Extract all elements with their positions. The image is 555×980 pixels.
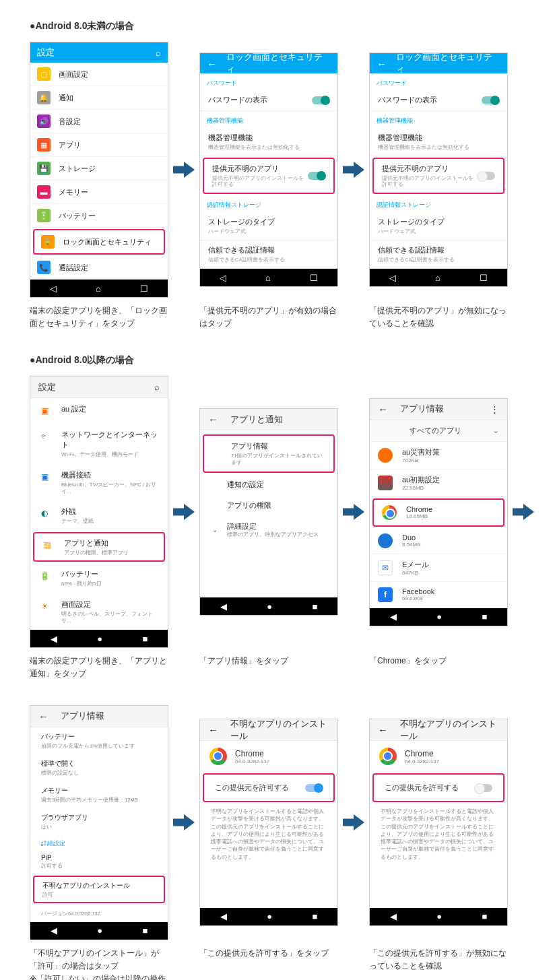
app-row[interactable]: au災害対策762KB: [370, 442, 507, 469]
nav-back-icon[interactable]: ◁: [389, 273, 396, 283]
item-trusted-creds[interactable]: 信頼できる認証情報信頼できるCA証明書を表示する: [370, 240, 507, 269]
settings-item-apps[interactable]: ▦アプリと通知アプリの権限、標準アプリ: [34, 533, 164, 561]
item-app-info[interactable]: アプリ情報71個のアプリがインストールされています: [204, 436, 333, 471]
settings-item[interactable]: 📞通話設定: [30, 256, 168, 280]
caption: 端末の設定アプリを開き、「アプリと通知」をタップ: [30, 655, 168, 680]
item-device-admin[interactable]: 機器管理機能機器管理機能を表示または無効化する: [370, 128, 507, 156]
phone-app-list: ←アプリ情報⋮ すべてのアプリ⌄ au災害対策762KB au初期設定22.96…: [369, 398, 508, 626]
caption: 「アプリ情報」をタップ: [199, 655, 338, 680]
nav-recent-icon[interactable]: ☐: [480, 273, 488, 283]
item-browser-app[interactable]: ブラウザアプリはい: [30, 808, 168, 835]
nav-home-icon[interactable]: ●: [267, 601, 272, 612]
nav-recent-icon[interactable]: ■: [142, 925, 148, 936]
phone-allow-on: ←不明なアプリのインストール Chrome64.0.3282.137 この提供元…: [199, 719, 338, 926]
item-storage-type[interactable]: ストレージのタイプハードウェア式: [200, 212, 337, 240]
settings-item[interactable]: ▦アプリ: [30, 133, 168, 157]
app-row[interactable]: au初期設定22.96MB: [370, 469, 507, 497]
item-app-perms[interactable]: アプリの権限: [200, 495, 337, 516]
settings-item-lock[interactable]: 🔒ロック画面とセキュリティ: [34, 230, 164, 253]
settings-item[interactable]: 🔋バッテリー66% - 残り約5日: [30, 563, 168, 593]
settings-item[interactable]: ▣機器接続Bluetooth、TV/スピーカー、NFC / おサイ...: [30, 464, 168, 500]
settings-item[interactable]: ▢画面設定: [30, 63, 168, 86]
nav-home-icon[interactable]: ⌂: [435, 273, 440, 283]
nav-back-icon[interactable]: ◀: [390, 612, 397, 622]
search-icon[interactable]: ⌕: [154, 382, 160, 392]
header-settings: 設定⌕: [30, 377, 168, 398]
menu-icon[interactable]: ⋮: [490, 404, 499, 414]
item-open-default[interactable]: 標準で開く標準の設定なし: [30, 754, 168, 781]
nav-recent-icon[interactable]: ■: [482, 911, 487, 921]
nav-home-icon[interactable]: ●: [97, 634, 102, 644]
nav-home-icon[interactable]: ●: [436, 612, 442, 622]
nav-back-icon[interactable]: ◀: [51, 925, 57, 936]
search-icon[interactable]: ⌕: [156, 48, 161, 58]
filter-all-apps[interactable]: すべてのアプリ⌄: [370, 420, 507, 442]
item-pip[interactable]: PiP許可する: [30, 849, 168, 874]
nav-home-icon[interactable]: ●: [267, 911, 272, 921]
nav-back-icon[interactable]: ◀: [51, 634, 57, 644]
toggle-off[interactable]: [475, 784, 492, 792]
toggle-on[interactable]: [482, 96, 499, 104]
nav-back-icon[interactable]: ◀: [390, 911, 397, 921]
app-row-chrome[interactable]: Chrome18.65MB: [374, 500, 503, 525]
nav-recent-icon[interactable]: ☐: [310, 273, 318, 283]
settings-item[interactable]: ☀画面設定明るさのレベル、スリープ、フォントサ...: [30, 593, 168, 630]
settings-item[interactable]: 🔋バッテリー: [30, 204, 168, 228]
warning-text: 不明なアプリをインストールすると電話や個人データが攻撃を受ける可能性が高くなりま…: [370, 804, 507, 868]
item-password-show[interactable]: パスワードの表示: [200, 90, 337, 111]
nav-back-icon[interactable]: ◀: [220, 911, 227, 921]
nav-recent-icon[interactable]: ■: [482, 612, 487, 622]
app-row[interactable]: fFacebook69.63KB: [370, 582, 507, 608]
back-icon[interactable]: ←: [207, 58, 217, 69]
item-allow-source[interactable]: この提供元を許可する: [204, 775, 333, 801]
item-password-show[interactable]: パスワードの表示: [370, 90, 507, 111]
settings-item[interactable]: ▬メモリー: [30, 181, 168, 204]
toggle-on[interactable]: [305, 784, 323, 792]
item-advanced[interactable]: ⌄詳細設定標準のアプリ、特別なアプリアクセス: [200, 516, 337, 544]
item-unknown-install[interactable]: 不明なアプリのインストール許可: [34, 877, 164, 902]
android-navbar: ◀●■: [200, 597, 337, 615]
nav-back-icon[interactable]: ◁: [220, 273, 226, 283]
item-trusted-creds[interactable]: 信頼できる認証情報信頼できるCA証明書を表示する: [200, 240, 337, 269]
back-icon[interactable]: ←: [38, 711, 48, 722]
back-icon[interactable]: ←: [377, 58, 387, 69]
caption-row-c: 「不明なアプリのインストール」が「許可」の場合はタップ ※「許可しない」の場合は…: [30, 947, 535, 981]
item-unknown-sources[interactable]: 提供元不明のアプリ提供元不明のアプリのインストールを許可する: [374, 159, 503, 193]
chrome-icon: [379, 748, 397, 765]
nav-home-icon[interactable]: ●: [436, 911, 442, 921]
toggle-on[interactable]: [308, 172, 325, 180]
android-navbar: ◁⌂☐: [200, 269, 337, 286]
item-allow-source[interactable]: この提供元を許可する: [374, 775, 503, 801]
nav-home-icon[interactable]: ●: [97, 925, 102, 936]
nav-back-icon[interactable]: ◁: [50, 284, 57, 294]
nav-recent-icon[interactable]: ■: [142, 634, 148, 644]
item-device-admin[interactable]: 機器管理機能機器管理機能を表示または無効化する: [200, 128, 337, 156]
toggle-off[interactable]: [478, 172, 495, 180]
back-icon[interactable]: ←: [378, 403, 388, 415]
nav-recent-icon[interactable]: ■: [312, 911, 317, 921]
item-storage-type[interactable]: ストレージのタイプハードウェア式: [370, 212, 507, 240]
nav-recent-icon[interactable]: ■: [312, 601, 317, 612]
nav-home-icon[interactable]: ⌂: [96, 284, 101, 294]
nav-recent-icon[interactable]: ☐: [140, 284, 148, 294]
settings-item[interactable]: ▣au 設定: [30, 398, 168, 424]
android-navbar: ◁⌂☐: [30, 280, 168, 297]
settings-item[interactable]: ◐外観テーマ、壁紙: [30, 500, 168, 531]
back-icon[interactable]: ←: [378, 724, 388, 736]
item-unknown-sources[interactable]: 提供元不明のアプリ提供元不明のアプリのインストールを許可する: [204, 159, 333, 193]
back-icon[interactable]: ←: [208, 724, 218, 736]
item-notif-settings[interactable]: 通知の設定: [200, 474, 337, 495]
settings-item[interactable]: 🔊音設定: [30, 110, 168, 133]
app-row[interactable]: Duo8.54MB: [370, 528, 507, 554]
nav-home-icon[interactable]: ⌂: [265, 273, 271, 283]
item-battery[interactable]: バッテリー前回のフル充電から1%使用しています: [30, 727, 168, 754]
settings-item[interactable]: 💾ストレージ: [30, 157, 168, 181]
item-memory[interactable]: メモリー過去3時間の平均メモリー使用量：12MB: [30, 781, 168, 808]
back-icon[interactable]: ←: [208, 414, 218, 425]
app-row[interactable]: ✉Eメール647KB: [370, 554, 507, 582]
phone-allow-off: ←不明なアプリのインストール Chrome64.0.3282.137 この提供元…: [369, 719, 508, 926]
settings-item[interactable]: ᯤネットワークとインターネットWi-Fi、データ使用、機内モード: [30, 424, 168, 464]
toggle-on[interactable]: [312, 96, 329, 104]
nav-back-icon[interactable]: ◀: [220, 601, 227, 612]
settings-item[interactable]: 🔔通知: [30, 86, 168, 110]
